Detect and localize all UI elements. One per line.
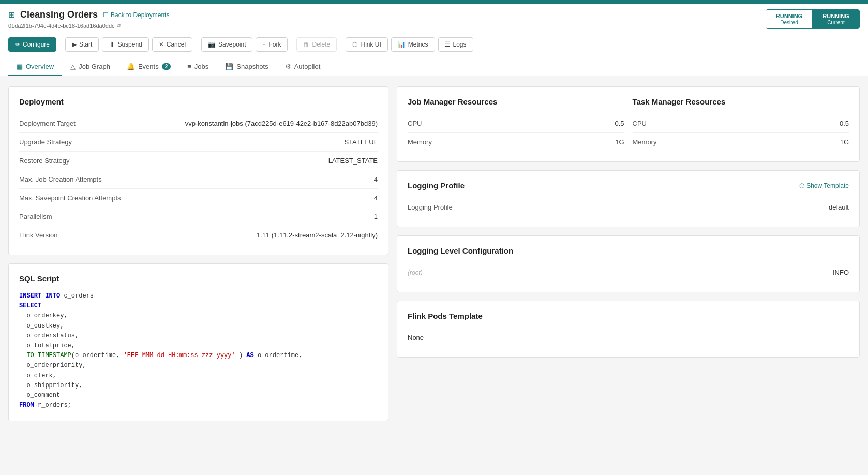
show-template-link[interactable]: ⬡ Show Template	[799, 182, 849, 189]
title-row: ⊞ Cleansing Orders ☐ Back to Deployments	[8, 9, 169, 20]
logging-level-card: Logging Level Configuration (root) INFO	[397, 235, 860, 292]
sql-normal: o_clerk,	[19, 372, 56, 379]
field-label: Flink Version	[19, 231, 57, 239]
sql-keyword: INSERT INTO	[19, 292, 60, 300]
deployment-field-row: Max. Savepoint Creation Attempts4	[19, 189, 378, 207]
deployment-fields: Deployment Targetvvp-konstantin-jobs (7a…	[19, 114, 378, 244]
title-area: ⊞ Cleansing Orders ☐ Back to Deployments…	[8, 9, 169, 29]
sql-normal: o_shippriority,	[19, 382, 82, 389]
sql-line: o_orderkey,	[19, 311, 378, 321]
sql-line: o_totalprice,	[19, 341, 378, 351]
sql-line: o_orderstatus,	[19, 331, 378, 341]
job-graph-icon: △	[70, 63, 76, 70]
delete-icon: 🗑	[303, 41, 309, 48]
copy-icon[interactable]: ⧉	[117, 22, 121, 29]
autopilot-icon: ⚙	[285, 63, 291, 70]
logging-header: Logging Profile ⬡ Show Template	[408, 181, 849, 190]
sql-line: o_custkey,	[19, 321, 378, 331]
sql-normal: o_comment	[19, 392, 60, 399]
logging-profile-field-row: Logging Profiledefault	[408, 198, 849, 216]
flink-ui-button[interactable]: ⬡ Flink UI	[346, 37, 388, 52]
sql-normal: )	[235, 352, 247, 359]
status-badges: RUNNING Desired RUNNING Current	[766, 9, 860, 29]
field-value: 4	[374, 194, 378, 202]
start-button[interactable]: ▶ Start	[65, 37, 99, 52]
snapshots-icon: 💾	[225, 63, 233, 70]
sql-normal: r_orders;	[34, 402, 71, 409]
right-panel: Job Manager Resources CPU0.5Memory1G Tas…	[397, 86, 860, 421]
sql-keyword: AS	[246, 352, 253, 359]
flink-ui-icon: ⬡	[352, 41, 357, 48]
job-manager-title: Job Manager Resources	[408, 97, 624, 106]
deployment-id: 01da2f1b-794c-4d4e-bc18-16ad16da0ddc ⧉	[8, 22, 169, 29]
sql-keyword: FROM	[19, 402, 34, 409]
deployment-field-row: Restore StrategyLATEST_STATE	[19, 152, 378, 170]
field-value: 0.5	[840, 120, 849, 127]
field-value: 1G	[840, 138, 849, 146]
flink-pods-value: None	[408, 334, 424, 342]
tab-job-graph[interactable]: △ Job Graph	[62, 58, 118, 76]
logging-level-value: INFO	[833, 269, 849, 276]
toolbar: ✏ Configure ▶ Start ⏸ Suspend ✕ Cancel 📷…	[8, 33, 860, 56]
resources-columns: Job Manager Resources CPU0.5Memory1G Tas…	[408, 97, 849, 151]
toolbar-divider-1	[61, 38, 61, 51]
toolbar-divider-2	[197, 38, 197, 51]
tab-snapshots[interactable]: 💾 Snapshots	[217, 58, 276, 76]
fork-button[interactable]: ⑂ Fork	[256, 37, 288, 52]
toolbar-divider-3	[292, 38, 292, 51]
field-label: Upgrade Strategy	[19, 138, 72, 146]
sql-line: o_shippriority,	[19, 381, 378, 391]
sql-line: FROM r_orders;	[19, 400, 378, 410]
suspend-icon: ⏸	[109, 41, 115, 48]
tab-overview[interactable]: ▦ Overview	[8, 58, 62, 76]
logs-button[interactable]: ☰ Logs	[438, 37, 473, 52]
jm-field-row: CPU0.5	[408, 114, 624, 133]
field-value: 1.11 (1.11.2-stream2-scala_2.12-nightly)	[257, 231, 378, 239]
sql-function: TO_TIMESTAMP	[19, 352, 71, 359]
show-template-icon: ⬡	[799, 182, 804, 189]
field-value: STATEFUL	[344, 138, 378, 146]
field-label: Deployment Target	[19, 120, 76, 127]
jobs-icon: ≡	[187, 63, 191, 70]
toolbar-divider-4	[341, 38, 341, 51]
cancel-button[interactable]: ✕ Cancel	[152, 37, 192, 52]
events-badge: 2	[162, 63, 171, 70]
logging-level-title: Logging Level Configuration	[408, 246, 849, 255]
sql-normal: c_orders	[60, 292, 94, 300]
delete-button[interactable]: 🗑 Delete	[296, 37, 337, 52]
metrics-button[interactable]: 📊 Metrics	[391, 37, 435, 52]
sql-normal: o_orderpriority,	[19, 362, 86, 369]
logging-profile-card: Logging Profile ⬡ Show Template Logging …	[397, 170, 860, 227]
tab-autopilot[interactable]: ⚙ Autopilot	[277, 58, 329, 76]
suspend-button[interactable]: ⏸ Suspend	[102, 37, 148, 52]
app-title: Cleansing Orders	[20, 9, 98, 20]
sql-normal: o_ordertime,	[254, 352, 303, 359]
field-value: 4	[374, 175, 378, 183]
deployment-title: Deployment	[19, 97, 378, 106]
field-value: 1	[374, 213, 378, 220]
logging-level-row: (root) INFO	[408, 263, 849, 281]
metrics-icon: 📊	[398, 41, 406, 48]
configure-icon: ✏	[15, 41, 20, 48]
header-top: ⊞ Cleansing Orders ☐ Back to Deployments…	[8, 9, 860, 33]
sql-line: o_clerk,	[19, 371, 378, 381]
deployment-card: Deployment Deployment Targetvvp-konstant…	[8, 86, 388, 255]
deployment-field-row: Parallelism1	[19, 207, 378, 226]
sql-normal: (o_ordertime,	[71, 352, 124, 359]
sql-line: o_comment	[19, 391, 378, 400]
flink-pods-row: None	[408, 329, 849, 347]
tm-field-row: Memory1G	[633, 133, 849, 151]
field-label: Restore Strategy	[19, 157, 70, 165]
savepoint-button[interactable]: 📷 Savepoint	[201, 37, 252, 52]
job-manager-col: Job Manager Resources CPU0.5Memory1G	[408, 97, 624, 151]
field-label: Memory	[408, 138, 432, 146]
flink-pods-card: Flink Pods Template None	[397, 301, 860, 358]
back-to-deployments-link[interactable]: ☐ Back to Deployments	[103, 11, 169, 19]
field-value: default	[829, 203, 849, 211]
field-value: 1G	[615, 138, 624, 146]
configure-button[interactable]: ✏ Configure	[8, 37, 56, 52]
sql-line: TO_TIMESTAMP(o_ordertime, 'EEE MMM dd HH…	[19, 351, 378, 361]
tab-jobs[interactable]: ≡ Jobs	[179, 58, 217, 76]
field-value: LATEST_STATE	[328, 157, 378, 165]
tab-events[interactable]: 🔔 Events 2	[118, 58, 179, 76]
